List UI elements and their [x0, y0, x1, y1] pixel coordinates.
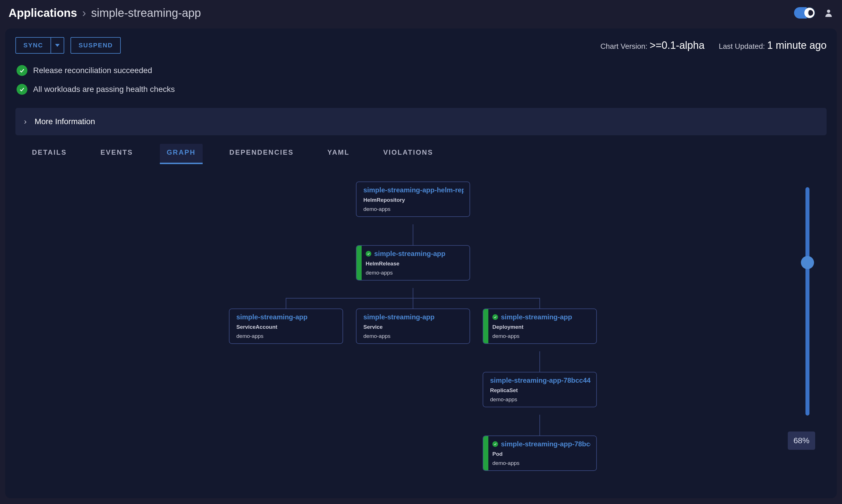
- node-title: simple-streaming-app: [374, 250, 445, 258]
- node-title: simple-streaming-app-helm-repo: [363, 186, 464, 194]
- node-namespace: demo-apps: [236, 333, 337, 339]
- node-kind: Deployment: [492, 324, 591, 330]
- tabs: DETAILSEVENTSGRAPHDEPENDENCIESYAMLVIOLAT…: [5, 135, 837, 164]
- status-text: Release reconciliation succeeded: [33, 66, 152, 75]
- graph-node-release[interactable]: simple-streaming-appHelmReleasedemo-apps: [356, 245, 470, 281]
- status-item: Release reconciliation succeeded: [17, 61, 825, 80]
- node-title: simple-streaming-app-78bcc44...: [501, 440, 591, 448]
- more-information-toggle[interactable]: › More Information: [15, 108, 827, 135]
- node-title: simple-streaming-app: [236, 313, 307, 321]
- tab-graph[interactable]: GRAPH: [160, 144, 203, 164]
- tab-details[interactable]: DETAILS: [25, 144, 74, 164]
- zoom-slider[interactable]: [805, 187, 809, 416]
- sync-split-button: SYNC: [15, 37, 64, 54]
- graph-node-repo[interactable]: simple-streaming-app-helm-repoHelmReposi…: [356, 181, 470, 217]
- tab-yaml[interactable]: YAML: [321, 144, 357, 164]
- graph-node-sa[interactable]: simple-streaming-appServiceAccountdemo-a…: [229, 308, 343, 344]
- moon-icon: [804, 8, 814, 18]
- check-circle-icon: [365, 251, 371, 256]
- status-item: All workloads are passing health checks: [17, 80, 825, 99]
- node-title: simple-streaming-app: [363, 313, 434, 321]
- node-namespace: demo-apps: [492, 460, 591, 466]
- breadcrumb: Applications › simple-streaming-app: [8, 6, 201, 19]
- tab-events[interactable]: EVENTS: [94, 144, 140, 164]
- node-title: simple-streaming-app: [501, 313, 572, 321]
- node-kind: HelmRelease: [365, 260, 464, 267]
- tab-dependencies[interactable]: DEPENDENCIES: [222, 144, 301, 164]
- zoom-thumb[interactable]: [801, 256, 814, 269]
- node-kind: ServiceAccount: [236, 324, 337, 330]
- last-updated-label: Last Updated:: [719, 42, 765, 51]
- chart-version-label: Chart Version:: [600, 42, 647, 51]
- suspend-button[interactable]: SUSPEND: [71, 37, 121, 54]
- check-circle-icon: [17, 65, 28, 76]
- check-circle-icon: [492, 314, 498, 320]
- chevron-down-icon: [55, 44, 60, 47]
- status-text: All workloads are passing health checks: [33, 85, 175, 94]
- status-bar: [483, 309, 488, 343]
- node-kind: Pod: [492, 451, 591, 457]
- node-kind: HelmRepository: [363, 197, 464, 203]
- graph-canvas[interactable]: simple-streaming-app-helm-repoHelmReposi…: [15, 164, 827, 484]
- graph-node-deploy[interactable]: simple-streaming-appDeploymentdemo-apps: [483, 308, 597, 344]
- node-namespace: demo-apps: [492, 333, 591, 339]
- graph-node-pod[interactable]: simple-streaming-app-78bcc44...Poddemo-a…: [483, 435, 597, 471]
- check-circle-icon: [17, 84, 28, 95]
- node-title: simple-streaming-app-78bcc44b...: [490, 376, 591, 384]
- node-namespace: demo-apps: [490, 396, 591, 403]
- tab-violations[interactable]: VIOLATIONS: [376, 144, 440, 164]
- user-icon[interactable]: [824, 8, 834, 18]
- graph-panel: simple-streaming-app-helm-repoHelmReposi…: [15, 164, 827, 484]
- status-list: Release reconciliation succeededAll work…: [5, 54, 837, 101]
- sync-dropdown-button[interactable]: [51, 37, 64, 54]
- node-namespace: demo-apps: [363, 206, 464, 212]
- status-bar: [483, 436, 488, 470]
- breadcrumb-root[interactable]: Applications: [8, 6, 77, 19]
- chevron-right-icon: ›: [82, 6, 86, 19]
- graph-node-svc[interactable]: simple-streaming-appServicedemo-apps: [356, 308, 470, 344]
- status-bar: [357, 246, 362, 280]
- zoom-percent: 68%: [788, 432, 815, 450]
- node-kind: Service: [363, 324, 464, 330]
- node-namespace: demo-apps: [365, 270, 464, 276]
- sync-button[interactable]: SYNC: [15, 37, 51, 54]
- graph-node-rs[interactable]: simple-streaming-app-78bcc44b...ReplicaS…: [483, 372, 597, 407]
- breadcrumb-leaf: simple-streaming-app: [91, 6, 201, 19]
- check-circle-icon: [492, 441, 498, 447]
- chevron-right-icon: ›: [24, 117, 26, 126]
- more-information-label: More Information: [35, 117, 95, 126]
- theme-toggle[interactable]: [794, 7, 815, 19]
- chart-version-value: >=0.1-alpha: [650, 39, 704, 51]
- svg-point-0: [827, 10, 830, 13]
- node-kind: ReplicaSet: [490, 387, 591, 394]
- node-namespace: demo-apps: [363, 333, 464, 339]
- last-updated-value: 1 minute ago: [767, 39, 827, 51]
